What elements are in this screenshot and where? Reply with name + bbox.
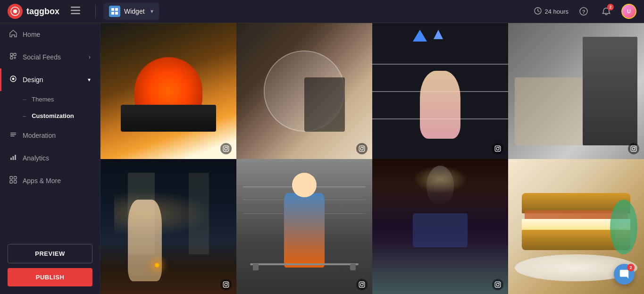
- svg-rect-3: [71, 9, 80, 11]
- grid-cell-5: [100, 159, 236, 294]
- instagram-badge-6: [356, 279, 368, 290]
- svg-rect-32: [359, 146, 365, 151]
- themes-label: Themes: [32, 96, 54, 103]
- svg-text:?: ?: [582, 9, 585, 15]
- svg-rect-35: [495, 146, 501, 151]
- apps-more-icon: [9, 176, 17, 185]
- sidebar-item-moderation[interactable]: Moderation: [0, 124, 100, 147]
- svg-rect-14: [10, 57, 13, 59]
- moderation-icon: [9, 131, 17, 140]
- publish-button[interactable]: PUBLISH: [8, 268, 92, 286]
- notification-count: 2: [607, 4, 614, 10]
- svg-rect-13: [14, 53, 16, 56]
- svg-rect-19: [10, 133, 16, 134]
- topbar-right: 24 hours ? 2 U: [534, 4, 636, 19]
- logo-icon: [8, 4, 23, 19]
- svg-rect-41: [223, 282, 229, 287]
- svg-rect-24: [15, 155, 16, 160]
- sidebar-analytics-label: Analytics: [23, 154, 49, 162]
- topbar: taggbox Widget ▾: [0, 0, 644, 23]
- help-button[interactable]: ?: [576, 4, 591, 19]
- sidebar-item-analytics[interactable]: Analytics: [0, 147, 100, 169]
- svg-point-40: [635, 147, 636, 148]
- svg-rect-28: [14, 181, 17, 184]
- instagram-badge-5: [220, 279, 232, 290]
- svg-rect-2: [71, 7, 80, 8]
- svg-rect-29: [223, 146, 229, 151]
- svg-rect-7: [111, 12, 114, 15]
- notifications-button[interactable]: 2: [599, 4, 614, 19]
- sidebar-design-label: Design: [23, 76, 43, 84]
- svg-rect-47: [495, 282, 501, 287]
- logo[interactable]: taggbox: [8, 4, 59, 19]
- instagram-badge-4: [628, 143, 639, 154]
- content-area: [100, 23, 644, 294]
- sidebar-item-apps-more[interactable]: Apps & More: [0, 169, 100, 192]
- social-feeds-chevron-icon: ›: [89, 54, 91, 60]
- svg-point-45: [360, 283, 363, 286]
- svg-rect-44: [359, 282, 365, 287]
- svg-point-43: [227, 283, 228, 284]
- time-label: 24 hours: [544, 8, 569, 15]
- svg-rect-6: [115, 8, 118, 11]
- main-layout: Home Social Feeds ›: [0, 23, 644, 294]
- design-submenu: – Themes – Customization: [0, 91, 100, 124]
- svg-point-39: [632, 147, 635, 150]
- svg-point-18: [12, 78, 15, 80]
- sidebar-item-design[interactable]: Design ▾: [0, 68, 100, 91]
- sidebar-item-home[interactable]: Home: [0, 23, 100, 46]
- instagram-badge-3: [492, 143, 503, 154]
- svg-point-46: [363, 283, 364, 284]
- home-icon: [9, 30, 17, 39]
- time-indicator: 24 hours: [534, 7, 569, 16]
- user-avatar[interactable]: U: [621, 4, 636, 19]
- svg-rect-38: [631, 146, 636, 151]
- svg-point-37: [499, 147, 500, 148]
- svg-point-49: [499, 283, 500, 284]
- customization-label: Customization: [32, 112, 74, 119]
- svg-point-30: [225, 147, 227, 150]
- svg-rect-20: [10, 134, 16, 135]
- grid-cell-3: [372, 23, 508, 159]
- sidebar-apps-more-label: Apps & More: [23, 177, 61, 185]
- grid-cell-1: [100, 23, 236, 159]
- svg-point-33: [360, 147, 363, 150]
- instagram-badge-2: [356, 143, 368, 154]
- svg-point-36: [496, 147, 499, 150]
- logo-text: taggbox: [26, 7, 59, 17]
- svg-rect-27: [10, 181, 13, 184]
- svg-point-34: [363, 147, 364, 148]
- image-grid: [100, 23, 644, 294]
- grid-cell-4: [508, 23, 644, 159]
- chat-count-badge: 2: [627, 264, 635, 271]
- social-feeds-icon: [9, 52, 17, 62]
- svg-point-48: [496, 283, 499, 286]
- svg-rect-25: [10, 176, 13, 179]
- sidebar-bottom: PREVIEW PUBLISH: [0, 236, 100, 294]
- sidebar-home-label: Home: [23, 31, 40, 38]
- chat-bubble[interactable]: 2: [614, 264, 635, 285]
- svg-rect-8: [115, 12, 118, 15]
- svg-rect-21: [10, 136, 15, 137]
- instagram-badge-1: [220, 143, 232, 154]
- svg-rect-5: [111, 8, 114, 11]
- hamburger-button[interactable]: [71, 7, 80, 17]
- widget-selector[interactable]: Widget ▾: [103, 3, 159, 20]
- sidebar: Home Social Feeds ›: [0, 23, 100, 294]
- clock-icon: [534, 7, 542, 16]
- sidebar-social-feeds-label: Social Feeds: [23, 53, 61, 61]
- svg-rect-23: [13, 156, 14, 160]
- widget-chevron-icon: ▾: [151, 8, 153, 15]
- svg-point-31: [227, 147, 228, 148]
- sidebar-subitem-customization[interactable]: – Customization: [23, 108, 100, 124]
- grid-cell-6: [236, 159, 372, 294]
- analytics-icon: [9, 153, 17, 163]
- preview-button[interactable]: PREVIEW: [8, 244, 92, 263]
- sidebar-subitem-themes[interactable]: – Themes: [23, 91, 100, 108]
- sidebar-item-social-feeds[interactable]: Social Feeds ›: [0, 46, 100, 68]
- svg-point-42: [225, 283, 227, 286]
- design-icon: [9, 75, 17, 84]
- svg-rect-22: [10, 158, 12, 160]
- widget-icon: [109, 6, 120, 17]
- svg-rect-4: [71, 13, 80, 14]
